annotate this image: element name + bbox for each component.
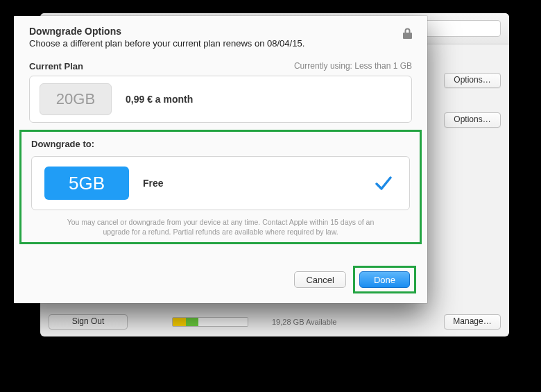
current-usage-text: Currently using: Less than 1 GB	[294, 61, 412, 71]
storage-seg-2	[186, 318, 198, 326]
downgrade-highlight: Downgrade to: 5GB Free You may cancel or…	[19, 130, 422, 244]
downgrade-plan-price: Free	[143, 178, 164, 189]
lock-icon	[403, 28, 412, 39]
downgrade-plan-card[interactable]: 5GB Free	[31, 156, 410, 210]
sign-out-button[interactable]: Sign Out	[49, 314, 128, 330]
downgrade-plan-size-pill: 5GB	[44, 167, 129, 200]
done-button[interactable]: Done	[359, 271, 410, 288]
current-plan-card: 20GB 0,99 € a month	[29, 76, 412, 123]
storage-seg-1	[173, 318, 186, 326]
current-plan-price: 0,99 € a month	[126, 94, 193, 105]
downgrade-modal: Downgrade Options Choose a different pla…	[14, 16, 427, 303]
modal-title: Downgrade Options	[29, 26, 304, 37]
options-button-2[interactable]: Options…	[444, 112, 501, 128]
cancel-button[interactable]: Cancel	[294, 271, 345, 288]
storage-available-text: 19,28 GB Available	[272, 318, 336, 326]
downgrade-to-label: Downgrade to:	[22, 132, 420, 156]
modal-subtitle: Choose a different plan before your curr…	[29, 38, 304, 49]
fineprint-text: You may cancel or downgrade from your de…	[22, 214, 420, 237]
checkmark-icon	[375, 174, 393, 192]
storage-seg-free	[198, 318, 248, 326]
manage-button[interactable]: Manage…	[444, 314, 501, 330]
storage-footer: Sign Out 19,28 GB Available Manage…	[49, 314, 501, 330]
options-button-1[interactable]: Options…	[444, 73, 501, 88]
storage-bar	[172, 317, 248, 327]
done-highlight: Done	[353, 266, 416, 293]
current-plan-size-pill: 20GB	[40, 83, 112, 115]
current-plan-label: Current Plan	[29, 61, 83, 71]
